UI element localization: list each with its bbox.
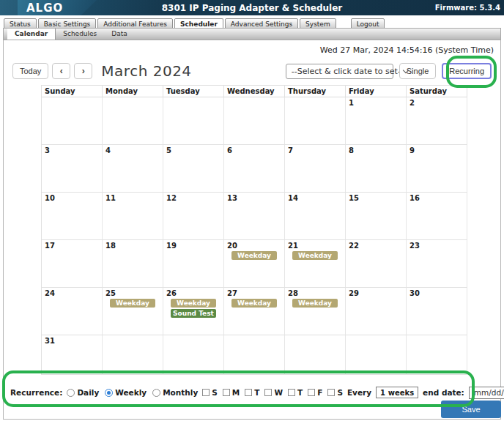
end-date-value: mm/dd/yyyy	[474, 388, 504, 397]
calendar-cell[interactable]	[224, 335, 285, 375]
today-button[interactable]: Today	[12, 63, 48, 79]
calendar-cell-5[interactable]: 5	[163, 145, 224, 193]
calendar-cell[interactable]	[42, 97, 103, 145]
recurring-button[interactable]: Recurring	[442, 63, 492, 79]
day-checkbox-5-f[interactable]: F	[308, 388, 322, 397]
date-number: 25	[103, 288, 163, 298]
calendar-cell-24[interactable]: 24	[42, 288, 103, 335]
calendar-cell-22[interactable]: 22	[346, 240, 407, 288]
calendar-cell-6[interactable]: 6	[224, 145, 285, 193]
page-title: 8301 IP Paging Adapter & Scheduler	[0, 3, 504, 13]
date-number: 17	[42, 240, 102, 250]
calendar-cell-21[interactable]: 21Weekday	[285, 240, 346, 288]
calendar-cell[interactable]	[285, 335, 346, 375]
day-checkbox-2-t[interactable]: T	[245, 388, 259, 397]
date-number: 9	[407, 145, 467, 155]
calendar-cell-12[interactable]: 12	[163, 193, 224, 240]
subtab-calendar[interactable]: Calendar	[7, 29, 56, 40]
calendar-cell-9[interactable]: 9	[407, 145, 467, 193]
checkbox-indicator	[288, 389, 295, 396]
calendar-cell-2[interactable]: 2	[407, 97, 467, 145]
calendar-cell-25[interactable]: 25Weekday	[103, 288, 163, 335]
calendar-cell[interactable]	[103, 335, 163, 375]
calendar-cell[interactable]	[224, 97, 285, 145]
calendar-cell[interactable]	[163, 97, 224, 145]
prev-month-button[interactable]: ‹	[52, 63, 70, 79]
subtab-data[interactable]: Data	[104, 29, 135, 40]
day-header-thursday: Thursday	[285, 86, 346, 97]
event-badge-weekday[interactable]: Weekday	[231, 251, 277, 260]
day-header-monday: Monday	[103, 86, 163, 97]
calendar-cell-7[interactable]: 7	[285, 145, 346, 193]
calendar-cell-15[interactable]: 15	[346, 193, 407, 240]
every-weeks-input[interactable]: 1 weeks	[376, 387, 418, 398]
event-badge-weekday[interactable]: Weekday	[110, 299, 155, 308]
day-checkbox-4-t[interactable]: T	[288, 388, 303, 397]
calendar-cell[interactable]	[407, 335, 467, 375]
app-header: ALGO 8301 IP Paging Adapter & Scheduler …	[0, 0, 504, 15]
calendar-cell-18[interactable]: 18	[103, 240, 163, 288]
radio-weekly[interactable]: Weekly	[105, 388, 147, 397]
date-number: 23	[407, 240, 467, 250]
event-badge-weekday[interactable]: Weekday	[171, 299, 216, 308]
date-number: 30	[407, 288, 467, 298]
calendar-cell-10[interactable]: 10	[42, 193, 103, 240]
calendar-cell-23[interactable]: 23	[407, 240, 467, 288]
calendar-cell[interactable]	[285, 97, 346, 145]
event-badge-weekday[interactable]: Weekday	[231, 299, 277, 308]
date-number: 15	[346, 193, 406, 203]
date-number: 26	[163, 288, 223, 298]
calendar-cell-13[interactable]: 13	[224, 193, 285, 240]
date-number: 12	[163, 193, 223, 203]
calendar-cell-28[interactable]: 28Weekday	[285, 288, 346, 335]
recurrence-row: Recurrence: DailyWeeklyMonthly SMTWTFS E…	[10, 385, 504, 400]
checkbox-indicator	[223, 389, 230, 396]
calendar-cell[interactable]	[163, 335, 224, 375]
day-checkbox-3-w[interactable]: W	[264, 388, 283, 397]
day-header-saturday: Saturday	[407, 86, 467, 97]
day-checkbox-1-m[interactable]: M	[223, 388, 240, 397]
date-number: 19	[163, 240, 223, 250]
calendar-cell-26[interactable]: 26WeekdaySound Test	[163, 288, 224, 335]
checkbox-label: S	[212, 388, 218, 397]
calendar-cell-14[interactable]: 14	[285, 193, 346, 240]
calendar-cell-30[interactable]: 30	[407, 288, 467, 335]
calendar-cell-3[interactable]: 3	[42, 145, 103, 193]
event-badge-weekday[interactable]: Weekday	[292, 299, 338, 308]
calendar-cell[interactable]	[103, 97, 163, 145]
day-header-tuesday: Tuesday	[163, 86, 224, 97]
calendar-cell-4[interactable]: 4	[103, 145, 163, 193]
calendar-cell-29[interactable]: 29	[346, 288, 407, 335]
calendar-cell-8[interactable]: 8	[346, 145, 407, 193]
chevron-left-icon: ‹	[60, 66, 63, 76]
event-badge-weekday[interactable]: Weekday	[292, 251, 338, 260]
date-number: 31	[42, 335, 102, 346]
day-checkbox-0-s[interactable]: S	[202, 388, 218, 397]
end-date-input[interactable]: mm/dd/yyyy	[469, 387, 504, 399]
calendar-cell[interactable]	[346, 335, 407, 375]
subtab-schedules[interactable]: Schedules	[56, 29, 104, 40]
calendar-cell-17[interactable]: 17	[42, 240, 103, 288]
calendar-cell-31[interactable]: 31	[42, 335, 103, 375]
event-badge-sound-test[interactable]: Sound Test	[171, 309, 216, 318]
date-set-select[interactable]: --Select & click date to set--	[286, 64, 393, 79]
radio-label: Weekly	[115, 388, 147, 397]
calendar-cell-11[interactable]: 11	[103, 193, 163, 240]
calendar-cell-1[interactable]: 1	[346, 97, 407, 145]
page: ALGO 8301 IP Paging Adapter & Scheduler …	[0, 0, 504, 432]
next-month-button[interactable]: ›	[74, 63, 92, 79]
end-date-label: end date:	[423, 388, 464, 397]
calendar-cell-16[interactable]: 16	[407, 193, 467, 240]
radio-daily[interactable]: Daily	[67, 388, 99, 397]
calendar-cell-19[interactable]: 19	[163, 240, 224, 288]
date-set-select-value: --Select & click date to set--	[292, 67, 404, 76]
radio-label: Daily	[77, 388, 99, 397]
checkbox-indicator	[308, 389, 315, 396]
save-button[interactable]: Save	[441, 401, 501, 418]
calendar-cell-27[interactable]: 27Weekday	[224, 288, 285, 335]
day-checkboxes: SMTWTFS	[202, 388, 343, 397]
day-checkbox-6-s[interactable]: S	[327, 388, 343, 397]
radio-monthly[interactable]: Monthly	[152, 388, 198, 397]
calendar-cell-20[interactable]: 20Weekday	[224, 240, 285, 288]
every-unit: weeks	[388, 389, 414, 397]
